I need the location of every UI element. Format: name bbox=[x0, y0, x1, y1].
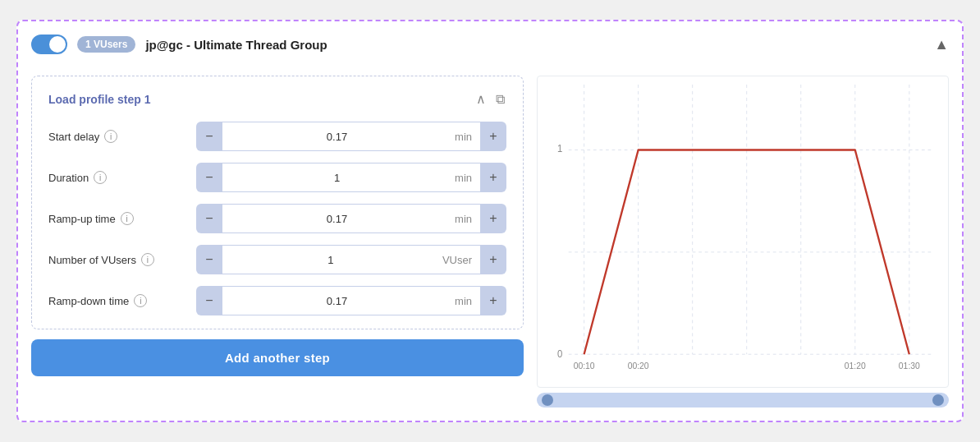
duration-increment-button[interactable]: + bbox=[480, 163, 506, 192]
ramp-up-info-icon[interactable]: i bbox=[121, 212, 134, 225]
chart-area: 1 0 00:10 00:20 01:20 01:30 bbox=[537, 76, 949, 388]
start-delay-unit: min bbox=[451, 131, 480, 143]
ramp-down-increment-button[interactable]: + bbox=[480, 286, 506, 315]
duration-info-icon[interactable]: i bbox=[94, 171, 107, 184]
duration-input[interactable] bbox=[222, 172, 451, 184]
vusers-increment-button[interactable]: + bbox=[480, 245, 506, 274]
svg-text:01:20: 01:20 bbox=[845, 361, 866, 371]
ramp-down-info-icon[interactable]: i bbox=[134, 294, 147, 307]
ramp-up-input-wrapper: min bbox=[222, 204, 480, 233]
start-delay-info-icon[interactable]: i bbox=[104, 130, 117, 143]
duration-control: − min + bbox=[196, 163, 506, 192]
start-delay-input-wrapper: min bbox=[222, 122, 480, 151]
step-actions: ∧ ⧉ bbox=[474, 90, 506, 108]
vusers-input[interactable] bbox=[222, 254, 439, 266]
ramp-down-control: − min + bbox=[196, 286, 506, 315]
scrollbar-right-handle[interactable] bbox=[932, 394, 944, 406]
ramp-up-increment-button[interactable]: + bbox=[480, 204, 506, 233]
svg-text:0: 0 bbox=[557, 348, 563, 359]
chart-scrollbar[interactable] bbox=[537, 393, 949, 407]
start-delay-input[interactable] bbox=[222, 131, 451, 143]
ramp-down-decrement-button[interactable]: − bbox=[196, 286, 222, 315]
collapse-icon[interactable]: ▲ bbox=[934, 36, 949, 53]
step-title: Load profile step 1 bbox=[48, 93, 150, 106]
start-delay-increment-button[interactable]: + bbox=[480, 122, 506, 151]
main-content: Load profile step 1 ∧ ⧉ Start delay i − bbox=[31, 76, 949, 407]
svg-text:00:10: 00:10 bbox=[574, 361, 595, 371]
main-container: 1 VUsers jp@gc - Ultimate Thread Group ▲… bbox=[16, 20, 964, 422]
ramp-up-decrement-button[interactable]: − bbox=[196, 204, 222, 233]
start-delay-decrement-button[interactable]: − bbox=[196, 122, 222, 151]
start-delay-label: Start delay i bbox=[48, 130, 196, 143]
vusers-row: Number of VUsers i − VUser + bbox=[48, 245, 506, 274]
right-panel: 1 0 00:10 00:20 01:20 01:30 bbox=[524, 76, 949, 407]
duration-input-wrapper: min bbox=[222, 163, 480, 192]
vusers-decrement-button[interactable]: − bbox=[196, 245, 222, 274]
ramp-down-input-wrapper: min bbox=[222, 286, 480, 315]
vusers-badge: 1 VUsers bbox=[77, 36, 135, 53]
svg-text:1: 1 bbox=[557, 143, 562, 154]
svg-text:01:30: 01:30 bbox=[899, 361, 920, 371]
toggle-switch[interactable] bbox=[31, 35, 67, 54]
vusers-control: − VUser + bbox=[196, 245, 506, 274]
header-row: 1 VUsers jp@gc - Ultimate Thread Group ▲ bbox=[31, 35, 949, 66]
ramp-up-input[interactable] bbox=[222, 213, 451, 225]
duration-label: Duration i bbox=[48, 171, 196, 184]
ramp-down-label: Ramp-down time i bbox=[48, 294, 196, 307]
ramp-down-unit: min bbox=[451, 295, 480, 307]
ramp-up-unit: min bbox=[451, 213, 480, 225]
step-card: Load profile step 1 ∧ ⧉ Start delay i − bbox=[31, 76, 524, 329]
vusers-unit: VUser bbox=[439, 254, 480, 266]
ramp-down-input[interactable] bbox=[222, 295, 451, 307]
vusers-label: Number of VUsers i bbox=[48, 253, 196, 266]
duration-decrement-button[interactable]: − bbox=[196, 163, 222, 192]
start-delay-row: Start delay i − min + bbox=[48, 122, 506, 151]
chart-svg: 1 0 00:10 00:20 01:20 01:30 bbox=[538, 76, 948, 387]
vusers-input-wrapper: VUser bbox=[222, 245, 480, 274]
thread-group-title: jp@gc - Ultimate Thread Group bbox=[145, 38, 924, 52]
vusers-info-icon[interactable]: i bbox=[141, 253, 154, 266]
start-delay-control: − min + bbox=[196, 122, 506, 151]
add-step-button[interactable]: Add another step bbox=[31, 339, 524, 376]
scrollbar-left-handle[interactable] bbox=[542, 394, 553, 406]
step-header: Load profile step 1 ∧ ⧉ bbox=[48, 90, 506, 108]
svg-text:00:20: 00:20 bbox=[628, 361, 649, 371]
ramp-up-row: Ramp-up time i − min + bbox=[48, 204, 506, 233]
left-panel: Load profile step 1 ∧ ⧉ Start delay i − bbox=[31, 76, 524, 407]
duration-row: Duration i − min + bbox=[48, 163, 506, 192]
step-copy-button[interactable]: ⧉ bbox=[494, 90, 506, 108]
ramp-up-control: − min + bbox=[196, 204, 506, 233]
ramp-down-row: Ramp-down time i − min + bbox=[48, 286, 506, 315]
step-collapse-button[interactable]: ∧ bbox=[474, 90, 488, 108]
ramp-up-label: Ramp-up time i bbox=[48, 212, 196, 225]
duration-unit: min bbox=[451, 172, 480, 184]
